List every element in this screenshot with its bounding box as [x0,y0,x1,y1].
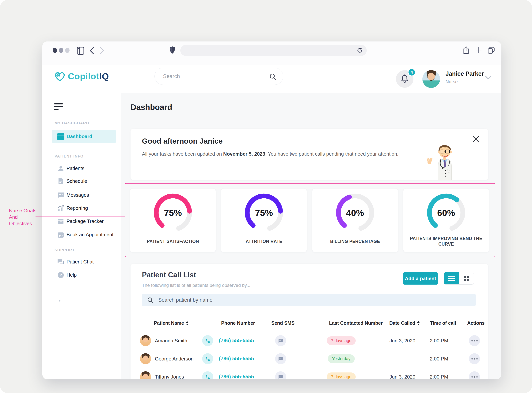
reload-icon[interactable] [357,48,363,53]
stat-card-patients-improving: 60% PATIENTS IMPROVING BEND THE CURVE [403,188,489,252]
chevron-down-icon[interactable] [485,76,492,80]
annotation-line-1: Nurse Goals [9,207,53,214]
stat-label: BILLING PERCENTAGE [317,233,393,249]
patient-search [142,294,476,306]
address-bar[interactable] [180,45,367,56]
column-date-called[interactable]: Date Called [389,320,420,326]
sidebar-item-messages[interactable]: Messages [42,188,121,202]
search-icon[interactable] [269,73,276,80]
sidebar-toggle-icon[interactable] [77,47,84,55]
share-icon[interactable] [463,46,469,54]
sort-icon[interactable] [186,321,188,325]
send-sms-button[interactable] [275,371,286,379]
column-last-contacted: Last Contacted Number [329,320,383,326]
sidebar: MY DASHBOARD Dashboard PATIENT INFO Pati… [42,93,121,379]
time-of-call: 2:00 PM [430,374,448,379]
back-icon[interactable] [90,47,94,54]
doctor-illustration [426,141,458,180]
sidebar-item-patient-chat[interactable]: Patient Chat [42,255,121,268]
stat-label: PATIENT SATISFACTION [135,233,211,249]
sidebar-item-package-tracker[interactable]: Package Tracker [42,215,121,228]
sms-icon [278,338,283,343]
sidebar-section-patient-info: PATIENT INFO [54,154,84,158]
new-tab-icon[interactable] [476,47,482,53]
row-actions-button[interactable] [469,335,480,346]
logo-text-iq: IQ [99,71,109,81]
notification-count-badge: 4 [408,68,416,76]
send-sms-button[interactable] [275,353,286,364]
gauge-chart: 40% [335,193,375,233]
sort-icon[interactable] [417,321,420,325]
user-role: Nurse [446,79,484,84]
menu-icon[interactable] [54,103,63,112]
dashboard-icon [57,133,65,140]
call-phone-button[interactable] [202,371,213,379]
sidebar-item-label: Reporting [67,205,88,211]
list-view-button[interactable] [444,272,459,284]
gauge-chart: 60% [426,193,466,233]
tabs-overview-icon[interactable] [487,46,495,54]
annotation-nurse-goals: Nurse Goals And Objectives [9,207,53,227]
greeting-body: All your tasks have been updated on Nove… [142,151,398,157]
table-row: Tiffany Jones (786) 555-5555 7 days ago … [130,368,488,379]
copilotiq-logo[interactable]: CopilotIQ [54,70,109,82]
sidebar-item-schedule[interactable]: Schedule [42,175,121,188]
last-contacted-badge: Yesterday [328,354,355,363]
sidebar-item-book-appointment[interactable]: Book an Appointment [42,228,121,241]
sidebar-item-dashboard[interactable]: Dashboard [52,130,116,143]
sidebar-item-label: Messages [67,192,89,198]
grid-view-icon [463,275,469,281]
window-close-dot[interactable] [53,48,57,53]
patient-phone[interactable]: (786) 555-5555 [219,338,254,344]
column-patient-name[interactable]: Patient Name [154,320,188,326]
user-info[interactable]: Janice Parker Nurse [446,70,484,84]
forward-icon[interactable] [100,47,104,54]
window-zoom-dot[interactable] [65,48,70,53]
messages-icon [57,191,65,199]
row-actions-button[interactable] [469,371,480,379]
patient-search-input[interactable] [158,294,462,306]
window-minimize-dot[interactable] [59,48,63,53]
user-avatar[interactable] [422,70,440,88]
call-phone-button[interactable] [202,335,213,346]
stat-label: PATIENTS IMPROVING BEND THE CURVE [408,233,484,249]
send-sms-button[interactable] [275,335,286,346]
sidebar-item-patients[interactable]: Patients [42,162,121,175]
stats-row: 75% PATIENT SATISFACTION 75% ATTRITION R… [130,188,489,252]
greeting-body-suffix: . You have two patient calls pending tha… [265,151,398,157]
annotation-connector-line [36,216,125,216]
patient-chat-icon [57,258,65,266]
global-search-input[interactable] [163,68,266,85]
help-icon: ? [57,271,65,279]
call-list-subtitle: The following list is of all patients be… [142,283,252,288]
patient-phone[interactable]: (786) 555-5555 [219,356,254,362]
gauge-chart: 75% [153,193,193,233]
sidebar-item-label: Package Tracker [67,218,104,224]
logo-text-copilot: Copilot [68,71,99,81]
page-background: Nurse Goals And Objectives [0,0,532,393]
annotation-line-3: Objectives [9,220,53,227]
patients-icon [57,165,65,172]
patient-call-list-card: Patient Call List The following list is … [130,264,488,379]
page-title: Dashboard [130,103,172,112]
sidebar-item-label: Help [67,272,77,278]
patient-phone[interactable]: (786) 555-5555 [219,374,254,379]
date-called: Jun 3, 2020 [389,374,415,379]
call-phone-button[interactable] [202,353,213,364]
phone-icon [205,374,210,379]
add-patient-button[interactable]: Add a patient [403,272,438,285]
column-send-sms: Send SMS [271,320,294,326]
greeting-card: Good afternoon Janice All your tasks hav… [130,129,488,180]
time-of-call: 2:00 PM [430,356,448,362]
sidebar-item-reporting[interactable]: Reporting [42,202,121,215]
package-icon [57,218,65,225]
notifications-button[interactable]: 4 [396,70,413,88]
stat-label: ATTRITION RATE [226,233,302,249]
shield-icon[interactable] [169,46,175,54]
row-actions-button[interactable] [469,353,480,364]
close-icon[interactable] [472,135,480,143]
patient-avatar [140,353,151,364]
sidebar-item-help[interactable]: ? Help [42,268,121,281]
grid-view-button[interactable] [459,272,474,284]
user-name: Janice Parker [446,70,484,77]
